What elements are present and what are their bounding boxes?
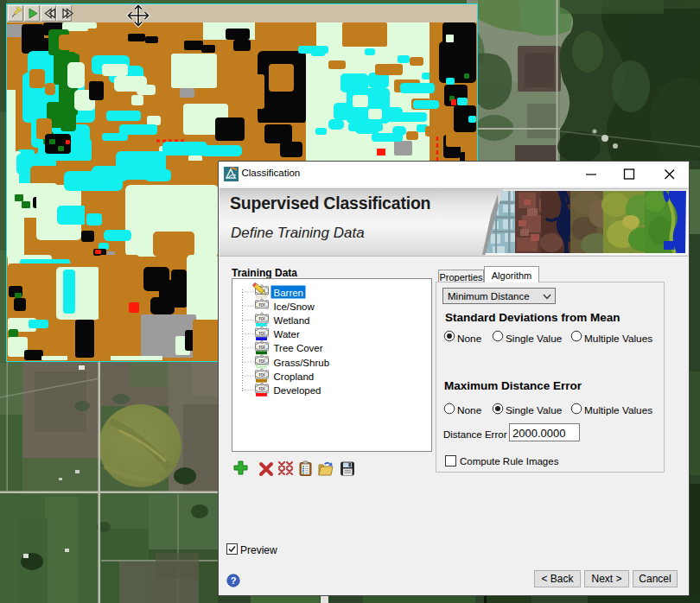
svg-text:roi: roi — [258, 385, 264, 391]
svg-text:?: ? — [231, 575, 237, 586]
svg-text:roi: roi — [258, 358, 264, 364]
svg-text:Cropland: Cropland — [274, 371, 315, 382]
svg-text:roi: roi — [258, 371, 264, 378]
svg-text:Wetland: Wetland — [274, 315, 310, 326]
svg-text:Ice/Snow: Ice/Snow — [274, 302, 315, 312]
svg-text:roi: roi — [258, 330, 264, 336]
svg-text:Barren: Barren — [274, 288, 304, 298]
svg-text:roi: roi — [258, 344, 264, 350]
svg-text:roi: roi — [258, 315, 264, 321]
svg-text:Water: Water — [274, 329, 300, 340]
svg-text:Tree Cover: Tree Cover — [274, 343, 323, 353]
svg-text:Developed: Developed — [274, 385, 321, 396]
svg-text:roi: roi — [258, 302, 264, 308]
svg-text:Grass/Shrub: Grass/Shrub — [274, 358, 330, 368]
